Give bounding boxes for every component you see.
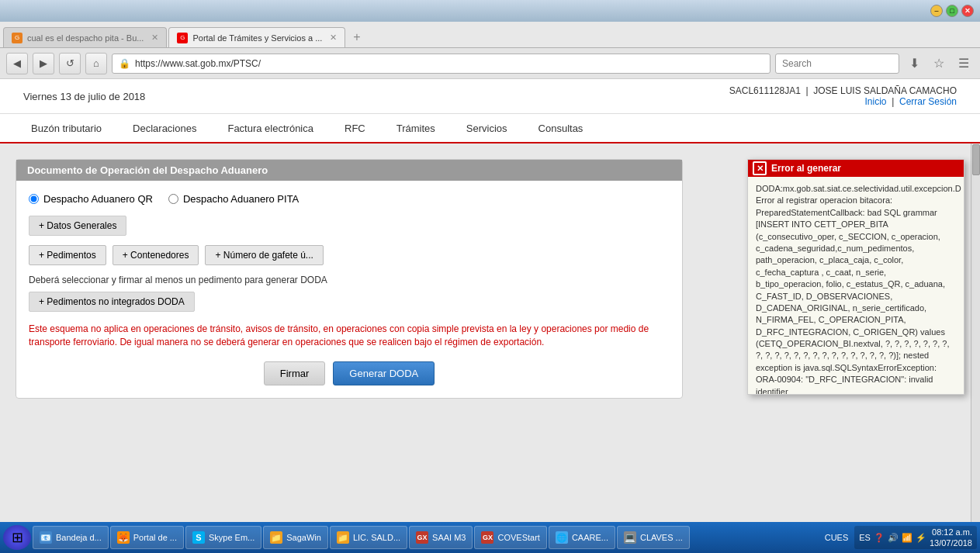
tab-favicon-2: G <box>177 33 188 43</box>
error-close-button[interactable]: ✕ <box>753 161 767 175</box>
title-bar-controls: – □ ✕ <box>930 5 974 17</box>
nav-tramites[interactable]: Trámites <box>381 116 451 140</box>
tabs-bar: G cual es el despacho pita - Bu... ✕ G P… <box>0 22 980 48</box>
lang-indicator: ES <box>859 533 871 542</box>
generar-doda-button[interactable]: Generar DODA <box>333 361 435 385</box>
taskbar-label-lic: LIC. SALD... <box>353 533 400 542</box>
title-bar: – □ ✕ <box>0 0 980 22</box>
content-area: Documento de Operación del Despacho Adua… <box>0 143 980 553</box>
taskbar-item-claves[interactable]: 💻 CLAVES ... <box>617 526 690 549</box>
taskbar-icon-claves: 💻 <box>624 531 636 544</box>
nav-icons: ⬇ ☆ ☰ <box>904 54 974 74</box>
lock-icon: 🔒 <box>119 58 130 69</box>
taskbar-icon-saaim3: GX <box>416 531 428 544</box>
menu-icon[interactable]: ☰ <box>954 54 974 74</box>
taskbar-label-bandeja: Bandeja d... <box>56 533 102 542</box>
browser-tab-1[interactable]: G cual es el despacho pita - Bu... ✕ <box>3 27 167 47</box>
tab-label-1: cual es el despacho pita - Bu... <box>27 33 144 43</box>
forward-button[interactable]: ▶ <box>33 53 54 74</box>
start-button[interactable]: ⊞ <box>3 525 31 550</box>
main-nav: Buzón tributario Declaraciones Factura e… <box>0 114 980 143</box>
gafete-button[interactable]: + Número de gafete ú... <box>205 245 323 265</box>
taskbar-icon-lic: 📁 <box>337 531 349 544</box>
radio-pita-label: Despacho Aduanero PITA <box>183 193 299 205</box>
error-dialog-title: Error al generar <box>771 163 841 174</box>
nav-factura-electronica[interactable]: Factura electrónica <box>212 116 329 140</box>
nav-consultas[interactable]: Consultas <box>523 116 599 140</box>
taskbar-item-saaim3[interactable]: GX SAAI M3 <box>409 526 473 549</box>
clock-date: 13/07/2018 <box>930 537 972 548</box>
taskbar-label-saaim3: SAAI M3 <box>432 533 466 542</box>
radio-option-qr[interactable]: Despacho Aduanero QR <box>29 193 153 205</box>
minimize-button[interactable]: – <box>930 5 943 17</box>
firmar-button[interactable]: Firmar <box>264 361 326 385</box>
taskbar-item-sagawin[interactable]: 📁 SagaWin <box>263 526 328 549</box>
error-dialog: ✕ Error al generar DODA:mx.gob.sat.siat.… <box>747 159 964 395</box>
taskbar-item-lic[interactable]: 📁 LIC. SALD... <box>330 526 407 549</box>
sat-header: Viernes 13 de julio de 2018 SACL611128JA… <box>0 79 980 114</box>
search-input[interactable] <box>775 54 899 74</box>
nav-rfc[interactable]: RFC <box>329 116 381 140</box>
close-button[interactable]: ✕ <box>961 5 974 17</box>
tab-label-2: Portal de Trámites y Servicios a ... <box>192 33 322 43</box>
tab-close-2[interactable]: ✕ <box>330 33 337 43</box>
download-icon[interactable]: ⬇ <box>904 54 924 74</box>
debe-seleccionar-text: Deberá seleccionar y firmar al menos un … <box>29 275 670 285</box>
nav-declaraciones[interactable]: Declaraciones <box>117 116 212 140</box>
pedimentos-no-integrados-toggle[interactable]: + Pedimentos no integrados DODA <box>29 292 195 312</box>
home-button[interactable]: ⌂ <box>85 53 107 74</box>
cerrar-sesion-link[interactable]: Cerrar Sesión <box>899 96 957 107</box>
address-input[interactable] <box>135 58 764 69</box>
sat-user-name: JOSE LUIS SALDAÑA CAMACHO <box>813 85 957 96</box>
help-icon: ❓ <box>874 533 885 543</box>
taskbar-item-bandeja[interactable]: 📧 Bandeja d... <box>33 526 109 549</box>
radio-group: Despacho Aduanero QR Despacho Aduanero P… <box>29 193 670 205</box>
taskbar: ⊞ 📧 Bandeja d... 🦊 Portal de ... S Skype… <box>0 522 980 553</box>
sat-user-info: SACL611128JA1 | JOSE LUIS SALDAÑA CAMACH… <box>729 85 957 107</box>
taskbar-label-caare: CAARE... <box>572 533 608 542</box>
power-icon: ⚡ <box>916 533 926 543</box>
nav-bar: ◀ ▶ ↺ ⌂ 🔒 ⬇ ☆ ☰ <box>0 48 980 79</box>
nav-buzon-tributario[interactable]: Buzón tributario <box>16 116 117 140</box>
radio-option-pita[interactable]: Despacho Aduanero PITA <box>168 193 299 205</box>
clock: 08:12 a.m. 13/07/2018 <box>930 527 972 549</box>
maximize-button[interactable]: □ <box>946 5 958 17</box>
taskbar-label-sagawin: SagaWin <box>286 533 321 542</box>
sat-user-id: SACL611128JA1 <box>729 85 801 96</box>
taskbar-icon-skype: S <box>192 531 205 544</box>
contenedores-button[interactable]: + Contenedores <box>113 245 199 265</box>
taskbar-icon-caare: 🌐 <box>556 531 568 544</box>
datos-generales-toggle[interactable]: + Datos Generales <box>29 216 126 236</box>
action-buttons: Firmar Generar DODA <box>29 361 670 385</box>
taskbar-icon-portal: 🦊 <box>117 531 130 544</box>
refresh-button[interactable]: ↺ <box>59 53 81 74</box>
address-bar[interactable]: 🔒 <box>112 54 770 74</box>
taskbar-label-claves: CLAVES ... <box>640 533 683 542</box>
browser-tab-2[interactable]: G Portal de Trámites y Servicios a ... ✕ <box>168 27 345 47</box>
sat-date: Viernes 13 de julio de 2018 <box>23 91 145 102</box>
inicio-link[interactable]: Inicio <box>865 96 887 107</box>
taskbar-item-portal[interactable]: 🦊 Portal de ... <box>110 526 184 549</box>
back-button[interactable]: ◀ <box>6 53 28 74</box>
taskbar-label-portal: Portal de ... <box>133 533 177 542</box>
scrollbar-thumb[interactable] <box>972 144 980 175</box>
tab-close-1[interactable]: ✕ <box>151 33 158 43</box>
scrollbar-track[interactable] <box>971 143 980 553</box>
pedimentos-button[interactable]: + Pedimentos <box>29 245 106 265</box>
sat-nav-links: Inicio | Cerrar Sesión <box>729 96 957 107</box>
bookmark-icon[interactable]: ☆ <box>929 54 949 74</box>
new-tab-button[interactable]: + <box>347 27 366 47</box>
taskbar-item-covestart[interactable]: GX COVEStart <box>474 526 546 549</box>
btn-group: + Pedimentos + Contenedores + Número de … <box>29 245 670 265</box>
taskbar-icon-sagawin: 📁 <box>270 531 282 544</box>
page-area: Viernes 13 de julio de 2018 SACL611128JA… <box>0 79 980 553</box>
radio-qr[interactable] <box>29 194 39 204</box>
system-tray: ES ❓ 🔊 📶 ⚡ 08:12 a.m. 13/07/2018 <box>854 526 977 549</box>
network-icon: 📶 <box>902 533 912 543</box>
taskbar-item-skype[interactable]: S Skype Em... <box>185 526 261 549</box>
taskbar-label-covestart: COVEStart <box>497 533 539 542</box>
radio-pita[interactable] <box>168 194 178 204</box>
nav-servicios[interactable]: Servicios <box>451 116 523 140</box>
taskbar-item-caare[interactable]: 🌐 CAARE... <box>549 526 615 549</box>
sat-user-id-name: SACL611128JA1 | JOSE LUIS SALDAÑA CAMACH… <box>729 85 957 96</box>
